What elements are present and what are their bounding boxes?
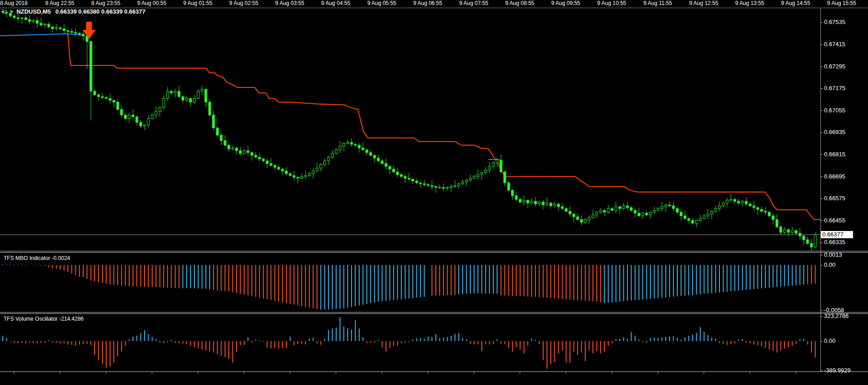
candle-body <box>719 206 721 208</box>
mbo-bar <box>378 265 379 302</box>
mbo-bar <box>546 265 547 298</box>
mbo-bar <box>278 265 279 302</box>
candle-body <box>74 33 77 34</box>
mbo-bar <box>439 265 440 295</box>
candle-body <box>32 20 34 21</box>
volume-bar <box>209 341 210 351</box>
mbo-bar <box>420 265 421 297</box>
mbo-bar <box>730 265 731 291</box>
candle-body <box>722 203 724 206</box>
candle-body <box>362 148 364 150</box>
mbo-bar <box>198 265 199 289</box>
mbo-bar <box>359 265 360 305</box>
mbo-bar <box>94 265 95 281</box>
volume-bar <box>543 341 544 360</box>
volume-bar <box>708 335 709 341</box>
candle-body <box>738 201 740 203</box>
mbo-bar <box>393 265 394 300</box>
volume-bar <box>485 341 486 344</box>
candle-body <box>749 204 751 206</box>
mbo-bar <box>209 265 210 289</box>
candle-body <box>389 166 391 169</box>
volume-bar <box>462 338 463 341</box>
candle-body <box>761 209 763 211</box>
volume-bar <box>432 337 433 341</box>
mbo-bar <box>604 265 605 303</box>
volume-bar <box>382 341 383 347</box>
candle-body <box>147 119 149 125</box>
candle-body <box>607 208 609 212</box>
candle-body <box>730 199 732 200</box>
mbo-bar <box>336 265 337 309</box>
mbo-bar <box>493 265 494 294</box>
mbo-bar <box>516 265 517 296</box>
candle-body <box>550 203 552 206</box>
mbo-bar <box>508 265 509 296</box>
volume-bar <box>75 341 76 346</box>
volume-bar <box>228 341 229 359</box>
candle-body <box>619 207 621 208</box>
volume-bar <box>504 341 505 344</box>
candle-body <box>688 219 690 221</box>
candle-body <box>385 164 387 166</box>
volume-bar <box>631 332 632 341</box>
symbol-period-label: NZDUSD,M5 <box>16 8 51 15</box>
volume-bar <box>83 341 84 344</box>
volume-bar <box>255 340 256 342</box>
mbo-bar <box>75 265 76 275</box>
volume-bar <box>401 341 402 343</box>
mbo-bar <box>765 265 766 288</box>
volume-bar <box>2 336 3 341</box>
volume-bar <box>527 341 528 346</box>
candle-body <box>458 184 460 186</box>
mbo-bar <box>792 265 793 286</box>
candle-body <box>105 97 107 98</box>
volume-bar <box>780 341 781 350</box>
mbo-bar <box>21 265 22 265</box>
candle-body <box>44 24 46 25</box>
mbo-bar <box>159 265 160 288</box>
volume-bar <box>711 337 712 341</box>
volume-bar <box>665 337 666 341</box>
candle-body <box>404 177 406 178</box>
volume-bar <box>508 341 509 348</box>
volume-bar <box>727 341 728 345</box>
mbo-bar <box>646 265 647 299</box>
mbo-bar <box>719 265 720 293</box>
chart-canvas[interactable] <box>0 0 868 385</box>
volume-bar <box>458 333 459 341</box>
symbol-dropdown-icon[interactable]: ▼ <box>10 8 14 16</box>
mbo-bar <box>742 265 743 290</box>
candle-body <box>577 217 579 220</box>
volume-bar <box>807 341 808 345</box>
candle-body <box>97 95 100 96</box>
candle-body <box>515 196 517 199</box>
volume-bar <box>692 335 693 341</box>
volume-bar <box>183 341 183 344</box>
volume-bar <box>351 330 352 341</box>
volume-bar <box>501 341 502 344</box>
candle-body <box>557 204 559 207</box>
candle-body <box>328 157 330 161</box>
volume-bar <box>550 341 551 364</box>
candle-body <box>63 29 65 31</box>
candle-body <box>603 210 606 212</box>
volume-bar <box>746 341 747 342</box>
mbo-bar <box>217 265 218 290</box>
volume-bar <box>102 341 103 364</box>
mt4-chart-window: ▼NZDUSD,M50.66339 0.66380 0.66339 0.6637… <box>0 0 868 385</box>
mbo-bar <box>294 265 294 305</box>
candle-body <box>208 102 211 115</box>
volume-bar <box>738 340 739 341</box>
candle-body <box>17 18 19 19</box>
candle-body <box>420 183 422 184</box>
volume-bar <box>159 341 160 342</box>
candle-body <box>442 188 444 188</box>
volume-bar <box>454 334 455 341</box>
volume-bar <box>263 341 264 342</box>
mbo-bar <box>351 265 352 307</box>
mbo-bar <box>454 265 455 295</box>
mbo-bar <box>734 265 735 291</box>
volume-bar <box>669 337 670 341</box>
volume-bar <box>155 339 156 341</box>
